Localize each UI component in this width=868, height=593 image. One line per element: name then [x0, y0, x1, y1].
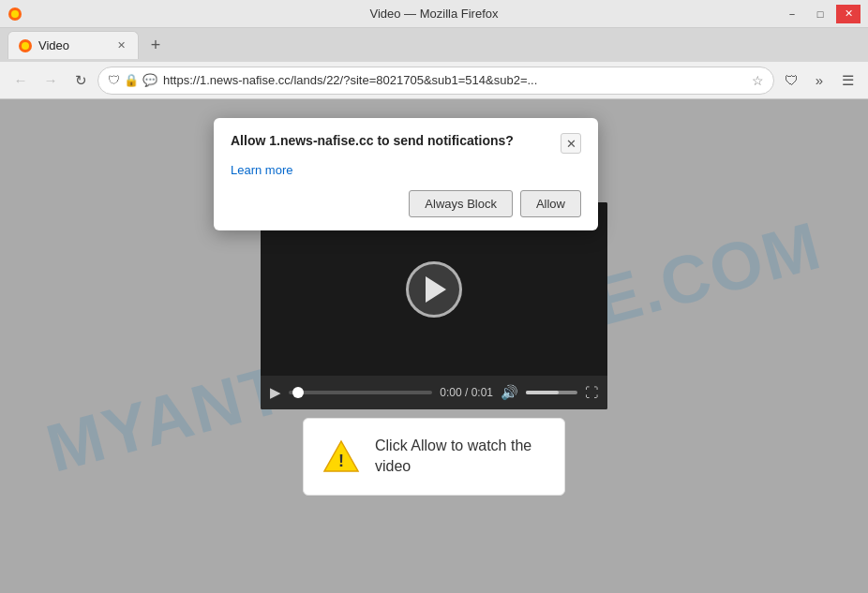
tab-label: Video: [38, 38, 108, 52]
popup-close-button[interactable]: ✕: [561, 133, 581, 154]
always-block-button[interactable]: Always Block: [409, 190, 513, 217]
back-button[interactable]: ←: [7, 67, 34, 94]
popup-header: Allow 1.news-nafise.cc to send notificat…: [231, 133, 581, 154]
video-controls: ▶ 0:00 / 0:01 🔊 ⛶: [261, 376, 607, 409]
time-total: 0:01: [471, 386, 493, 399]
refresh-button[interactable]: ↻: [67, 67, 94, 94]
tab-favicon: [18, 38, 33, 53]
menu-button[interactable]: ☰: [834, 67, 861, 94]
time-display: 0:00 / 0:01: [440, 386, 493, 399]
info-box: ! Click Allow to watch the video: [303, 418, 565, 496]
svg-text:!: !: [338, 452, 344, 470]
address-bar[interactable]: 🛡 🔒 💬 https://1.news-nafise.cc/lands/22/…: [97, 67, 774, 95]
play-button[interactable]: [406, 261, 462, 318]
notification-popup: Allow 1.news-nafise.cc to send notificat…: [214, 118, 598, 230]
svg-point-3: [22, 42, 29, 50]
address-icons: 🛡 🔒 💬: [108, 73, 157, 87]
fullscreen-button[interactable]: ⛶: [585, 385, 598, 400]
window-title: Video — Mozilla Firefox: [0, 7, 868, 21]
mute-button[interactable]: 🔊: [501, 384, 518, 401]
maximize-button[interactable]: □: [808, 5, 832, 23]
time-current: 0:00: [440, 386, 461, 399]
extensions-button[interactable]: »: [806, 67, 832, 94]
shield-button[interactable]: 🛡: [778, 67, 804, 94]
tab-close-button[interactable]: ✕: [113, 38, 128, 53]
popup-buttons: Always Block Allow: [231, 190, 581, 217]
tabbar: Video ✕ +: [0, 28, 868, 62]
notification-icon: 💬: [142, 73, 157, 87]
progress-dot: [292, 387, 304, 398]
url-text: https://1.news-nafise.cc/lands/22/?site=…: [163, 73, 746, 87]
window-controls: − □ ✕: [780, 5, 861, 23]
bookmark-icon[interactable]: ☆: [752, 73, 764, 88]
video-player: ▶ 0:00 / 0:01 🔊 ⛶: [261, 202, 607, 409]
new-tab-button[interactable]: +: [142, 32, 169, 58]
browser-content: MYANTISPYWARE.COM Allow 1.news-nafise.cc…: [0, 99, 868, 593]
volume-fill: [526, 391, 559, 394]
learn-more-link[interactable]: Learn more: [231, 163, 292, 177]
time-separator: /: [465, 386, 471, 399]
tab-video[interactable]: Video ✕: [7, 31, 139, 59]
forward-button[interactable]: →: [37, 67, 64, 94]
lock-icon: 🔒: [124, 73, 139, 87]
allow-button[interactable]: Allow: [520, 190, 581, 217]
minimize-button[interactable]: −: [780, 5, 804, 23]
firefox-icon: [7, 7, 22, 22]
warning-icon: !: [322, 437, 360, 475]
titlebar: Video — Mozilla Firefox − □ ✕: [0, 0, 868, 28]
play-triangle-icon: [426, 276, 446, 303]
volume-slider[interactable]: [526, 391, 577, 394]
shield-icon: 🛡: [108, 73, 120, 87]
video-play-button[interactable]: ▶: [270, 384, 281, 401]
navbar: ← → ↻ 🛡 🔒 💬 https://1.news-nafise.cc/lan…: [0, 62, 868, 99]
info-text: Click Allow to watch the video: [375, 436, 546, 478]
nav-right-icons: 🛡 » ☰: [778, 67, 861, 94]
close-button[interactable]: ✕: [836, 5, 861, 23]
progress-bar[interactable]: [289, 391, 432, 394]
popup-title: Allow 1.news-nafise.cc to send notificat…: [231, 133, 561, 148]
svg-point-1: [11, 10, 19, 18]
